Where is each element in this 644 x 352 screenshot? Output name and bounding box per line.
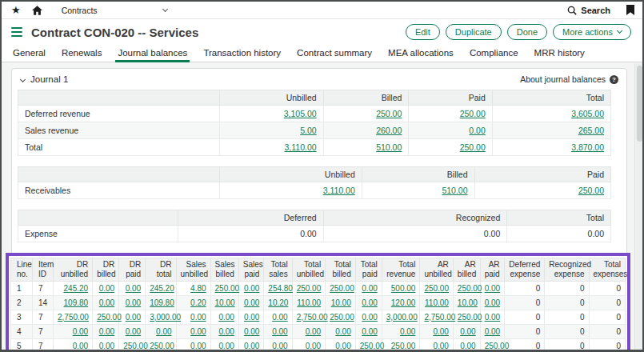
amount-link[interactable]: 0.00 — [244, 284, 259, 293]
scrollbar-thumb[interactable] — [637, 66, 642, 142]
about-journal-balances-link[interactable]: About journal balances — [520, 74, 606, 84]
amount-link[interactable]: 0.00 — [156, 327, 171, 336]
amount-link[interactable]: 10.00 — [458, 298, 478, 307]
search-button[interactable]: Search — [567, 6, 610, 15]
amount-link[interactable]: 3,110.00 — [285, 142, 317, 152]
amount-link[interactable]: 0.00 — [126, 298, 141, 307]
amount-link[interactable]: 0.00 — [306, 342, 321, 350]
amount-link[interactable]: 250.00 — [391, 342, 416, 350]
amount-link[interactable]: 250.00 — [460, 142, 486, 152]
edit-button[interactable]: Edit — [406, 24, 440, 40]
amount-link[interactable]: 0.00 — [469, 126, 485, 135]
amount-link[interactable]: 4.80 — [190, 284, 206, 293]
amount-link[interactable]: 0.00 — [126, 327, 141, 336]
amount-link[interactable]: 510.00 — [376, 142, 402, 152]
amount-link[interactable]: 265.00 — [578, 126, 604, 135]
amount-link[interactable]: 250.00 — [215, 284, 240, 293]
amount-link[interactable]: 0.00 — [218, 313, 234, 322]
amount-link[interactable]: 3,110.00 — [323, 186, 355, 195]
amount-link[interactable]: 0.00 — [362, 284, 377, 293]
amount-link[interactable]: 245.20 — [150, 284, 174, 293]
amount-link[interactable]: 0.00 — [190, 342, 206, 350]
amount-link[interactable]: 0.00 — [272, 313, 287, 322]
amount-link[interactable]: 0.00 — [244, 313, 259, 322]
amount-link[interactable]: 0.00 — [335, 327, 350, 336]
amount-link[interactable]: 0.00 — [362, 327, 377, 336]
amount-link[interactable]: 0.00 — [73, 342, 88, 350]
amount-link[interactable]: 250.00 — [150, 342, 174, 350]
amount-link[interactable]: 250.00 — [424, 284, 449, 293]
vertical-scrollbar[interactable] — [634, 63, 642, 350]
amount-link[interactable]: 0.00 — [244, 327, 259, 336]
amount-link[interactable]: 250.00 — [376, 109, 402, 118]
tab-mrr-history[interactable]: MRR history — [526, 46, 593, 62]
amount-link[interactable]: 0.00 — [126, 313, 141, 322]
amount-link[interactable]: 109.80 — [150, 298, 174, 307]
amount-link[interactable]: 109.80 — [64, 298, 89, 307]
amount-link[interactable]: 250.00 — [458, 284, 482, 293]
favorite-star-icon[interactable]: ★ — [11, 5, 21, 15]
tab-compliance[interactable]: Compliance — [462, 46, 526, 62]
amount-link[interactable]: 500.00 — [391, 284, 416, 293]
amount-link[interactable]: 5.00 — [300, 126, 316, 135]
amount-link[interactable]: 0.00 — [460, 327, 475, 336]
amount-link[interactable]: 250.00 — [360, 342, 385, 350]
amount-link[interactable]: 120.00 — [391, 298, 416, 307]
amount-link[interactable]: 250.00 — [330, 284, 354, 293]
amount-link[interactable]: 0.00 — [485, 284, 500, 293]
amount-link[interactable]: 0.00 — [485, 298, 500, 307]
amount-link[interactable]: 3,105.00 — [284, 109, 317, 118]
tab-contract-summary[interactable]: Contract summary — [289, 46, 380, 62]
home-icon[interactable] — [32, 6, 42, 15]
tab-transaction-history[interactable]: Transaction history — [195, 46, 289, 62]
amount-link[interactable]: 0.00 — [218, 327, 234, 336]
tab-journal-balances[interactable]: Journal balances — [110, 46, 195, 62]
amount-link[interactable]: 0.00 — [272, 342, 287, 350]
amount-link[interactable]: 0.00 — [272, 327, 287, 336]
amount-link[interactable]: 250.00 — [458, 313, 482, 322]
amount-link[interactable]: 250.00 — [297, 284, 322, 293]
amount-link[interactable]: 0.00 — [244, 298, 259, 307]
amount-link[interactable]: 110.00 — [297, 298, 321, 307]
amount-link[interactable]: 10.00 — [331, 298, 351, 307]
amount-link[interactable]: 3,870.00 — [571, 142, 604, 152]
amount-link[interactable]: 2,750.00 — [58, 313, 89, 322]
amount-link[interactable]: 0.00 — [126, 284, 141, 293]
done-button[interactable]: Done — [507, 24, 547, 40]
amount-link[interactable]: 0.00 — [335, 342, 350, 350]
duplicate-button[interactable]: Duplicate — [446, 24, 502, 40]
amount-link[interactable]: 3,000.00 — [150, 313, 181, 322]
amount-link[interactable]: 3,000.00 — [386, 313, 418, 322]
amount-link[interactable]: 0.00 — [99, 298, 114, 307]
amount-link[interactable]: 250.00 — [330, 313, 354, 322]
amount-link[interactable]: 0.00 — [460, 342, 475, 350]
amount-link[interactable]: 0.00 — [190, 313, 206, 322]
amount-link[interactable]: 0.00 — [218, 342, 234, 350]
amount-link[interactable]: 0.20 — [190, 298, 206, 307]
amount-link[interactable]: 10.00 — [215, 298, 235, 307]
bookmark-icon[interactable] — [626, 5, 634, 15]
amount-link[interactable]: 0.00 — [362, 298, 377, 307]
collapse-chevron-icon[interactable] — [20, 76, 26, 82]
amount-link[interactable]: 254.80 — [268, 284, 293, 293]
more-actions-button[interactable]: More actions — [553, 24, 631, 40]
amount-link[interactable]: 0.00 — [400, 327, 415, 336]
amount-link[interactable]: 0.00 — [433, 342, 448, 350]
amount-link[interactable]: 2,750.00 — [297, 313, 328, 322]
tab-mea-allocations[interactable]: MEA allocations — [380, 46, 462, 62]
amount-link[interactable]: 250.00 — [460, 109, 486, 118]
amount-link[interactable]: 110.00 — [425, 298, 449, 307]
amount-link[interactable]: 260.00 — [376, 126, 402, 135]
amount-link[interactable]: 0.00 — [433, 327, 448, 336]
tab-renewals[interactable]: Renewals — [54, 46, 110, 62]
amount-link[interactable]: 0.00 — [73, 327, 88, 336]
amount-link[interactable]: 2,750.00 — [424, 313, 455, 322]
amount-link[interactable]: 250.00 — [485, 342, 510, 350]
amount-link[interactable]: 245.20 — [64, 284, 89, 293]
amount-link[interactable]: 10.20 — [268, 298, 288, 307]
amount-link[interactable]: 0.00 — [99, 342, 114, 350]
record-list-menu-icon[interactable] — [11, 27, 22, 38]
amount-link[interactable]: 0.00 — [362, 313, 377, 322]
amount-link[interactable]: 250.00 — [123, 342, 148, 350]
contracts-nav-dropdown[interactable]: Contracts — [62, 6, 167, 15]
